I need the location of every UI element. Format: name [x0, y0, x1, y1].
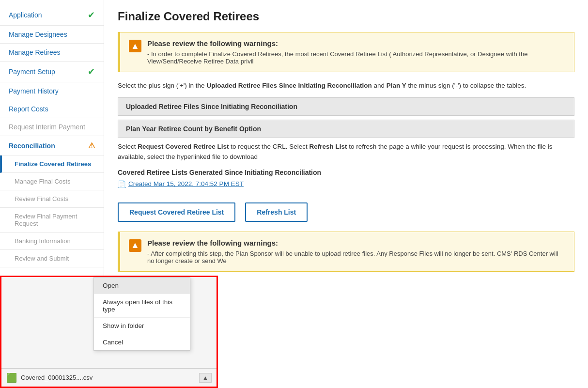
sidebar-item-manage-final-costs: Manage Final Costs: [0, 173, 104, 190]
sidebar-item-banking-information: Banking Information: [0, 233, 104, 250]
file-icon: 📄: [118, 180, 126, 188]
context-menu-cancel-label: Cancel: [103, 339, 123, 346]
sidebar-item-review-and-submit: Review and Submit: [0, 250, 104, 267]
download-bar: Open Always open files of this type Show…: [0, 276, 218, 388]
sidebar-item-label: Payment Setup: [9, 68, 55, 76]
warning-text-2: - After completing this step, the Plan S…: [147, 250, 565, 264]
sidebar-item-label: Review Final Payment Request: [15, 213, 95, 227]
csv-file-icon: 🟩: [6, 372, 17, 383]
sidebar-item-label: Reconciliation: [9, 142, 55, 150]
sidebar-item-label: Report Costs: [9, 105, 48, 113]
sidebar-item-review-final-costs: Review Final Costs: [0, 190, 104, 208]
check-icon-application: ✔: [88, 10, 95, 20]
crl-section-title: Covered Retiree Lists Generated Since In…: [118, 169, 574, 176]
context-menu-always-open-label: Always open files of this type: [103, 298, 172, 313]
sidebar-item-manage-designees[interactable]: Manage Designees: [0, 26, 104, 44]
context-menu-open-label: Open: [103, 282, 119, 289]
section-label-2: Plan Year Retiree Count by Benefit Optio…: [126, 125, 261, 133]
context-menu-item-open[interactable]: Open: [94, 278, 190, 294]
warning-title-2: Please review the following warnings:: [147, 239, 565, 247]
sidebar-item-label: Payment History: [9, 87, 59, 95]
sidebar-item-label: Manage Final Costs: [15, 178, 71, 185]
warn-icon-reconciliation: ⚠: [88, 141, 95, 150]
crl-section: Covered Retiree Lists Generated Since In…: [118, 169, 574, 195]
sidebar-item-label: Review Final Costs: [15, 195, 68, 202]
sidebar-item-payment-history[interactable]: Payment History: [0, 82, 104, 100]
context-menu-show-in-folder-label: Show in folder: [103, 322, 144, 329]
file-download-row: 🟩 Covered_00001325....csv ▲: [1, 368, 217, 387]
warning-triangle-icon-2: ▲: [129, 239, 141, 252]
file-download-arrow-button[interactable]: ▲: [199, 373, 212, 383]
sidebar-item-reconciliation[interactable]: Reconciliation ⚠: [0, 136, 104, 155]
sidebar-item-request-interim-payment: Request Interim Payment: [0, 118, 104, 136]
action-buttons: Request Covered Retiree List Refresh Lis…: [118, 202, 574, 222]
check-icon-payment-setup: ✔: [88, 66, 95, 77]
sidebar-item-label: Application: [9, 11, 42, 19]
warning-triangle-icon-1: ▲: [129, 40, 141, 52]
sidebar-item-review-final-payment-request: Review Final Payment Request: [0, 208, 104, 233]
section-plan-year-retiree-count[interactable]: Plan Year Retiree Count by Benefit Optio…: [118, 120, 574, 138]
info-paragraph: Select the plus sign ('+') in the Upload…: [118, 81, 574, 91]
sidebar-item-label: Manage Retirees: [9, 48, 61, 56]
context-menu-item-show-in-folder[interactable]: Show in folder: [94, 318, 190, 334]
crl-link-text: Created Mar 15, 2022, 7:04:52 PM EST: [128, 180, 244, 187]
crl-file-link[interactable]: 📄 Created Mar 15, 2022, 7:04:52 PM EST: [118, 180, 244, 188]
section-label-1: Uploaded Retiree Files Since Initiating …: [126, 103, 297, 110]
request-covered-retiree-list-button[interactable]: Request Covered Retiree List: [118, 202, 235, 222]
sidebar-item-label: Review and Submit: [15, 255, 69, 262]
sidebar-item-label: Finalize Covered Retirees: [15, 160, 91, 168]
warning-box-2: ▲ Please review the following warnings: …: [118, 232, 574, 272]
warning-content-2: Please review the following warnings: - …: [147, 239, 565, 264]
context-menu-item-cancel[interactable]: Cancel: [94, 334, 190, 350]
warning-text-1: - In order to complete Finalize Covered …: [147, 50, 565, 65]
page-title: Finalize Covered Retirees: [118, 10, 574, 23]
warning-content-1: Please review the following warnings: - …: [147, 39, 565, 65]
sidebar-item-label: Request Interim Payment: [9, 123, 85, 131]
sidebar-item-manage-retirees[interactable]: Manage Retirees: [0, 44, 104, 62]
refresh-list-button[interactable]: Refresh List: [245, 202, 308, 222]
sidebar-item-finalize-covered-retirees[interactable]: Finalize Covered Retirees: [0, 155, 104, 173]
section-uploaded-retiree-files[interactable]: Uploaded Retiree Files Since Initiating …: [118, 97, 574, 116]
sidebar-item-payment-setup[interactable]: Payment Setup ✔: [0, 62, 104, 82]
sidebar-item-application[interactable]: Application ✔: [0, 5, 104, 26]
sidebar-item-label: Manage Designees: [9, 31, 67, 38]
crl-paragraph: Select Request Covered Retiree List to r…: [118, 142, 574, 162]
sidebar-item-label: Banking Information: [15, 237, 71, 245]
file-download-name: Covered_00001325....csv: [21, 374, 199, 381]
context-menu: Open Always open files of this type Show…: [93, 277, 190, 351]
context-menu-item-always-open[interactable]: Always open files of this type: [94, 294, 190, 318]
warning-box-1: ▲ Please review the following warnings: …: [118, 32, 574, 72]
sidebar-item-report-costs[interactable]: Report Costs: [0, 100, 104, 118]
warning-title-1: Please review the following warnings:: [147, 39, 565, 47]
